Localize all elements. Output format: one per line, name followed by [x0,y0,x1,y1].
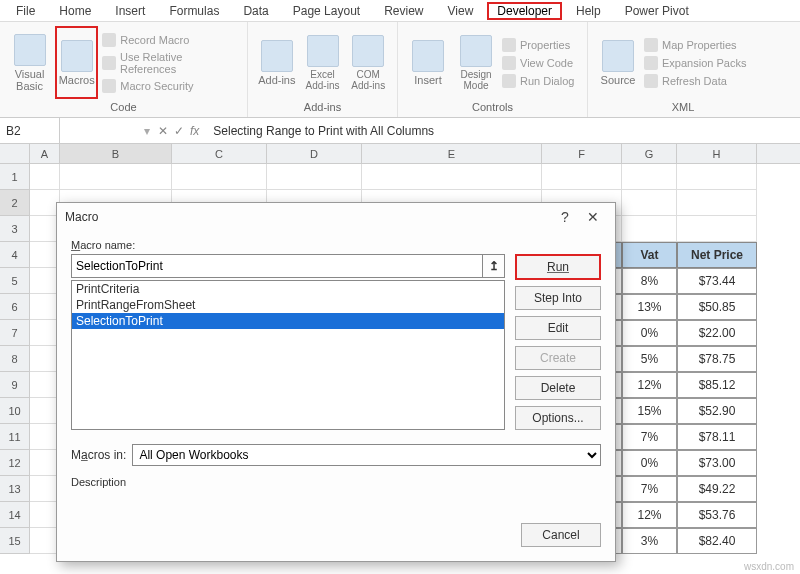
menu-file[interactable]: File [6,2,45,20]
visual-basic-button[interactable]: Visual Basic [8,26,51,99]
cell[interactable]: 5% [622,346,677,372]
cell[interactable]: $22.00 [677,320,757,346]
cell[interactable]: $85.12 [677,372,757,398]
col-head-b[interactable]: B [60,144,172,163]
col-head-h[interactable]: H [677,144,757,163]
map-properties-button[interactable]: Map Properties [644,38,746,52]
cell[interactable] [30,164,60,190]
cancel-button[interactable]: Cancel [521,523,601,547]
col-head-e[interactable]: E [362,144,542,163]
row-head[interactable]: 11 [0,424,30,450]
cancel-formula-icon[interactable]: ✕ [158,124,168,138]
cell[interactable]: $50.85 [677,294,757,320]
cell[interactable]: $49.22 [677,476,757,502]
com-addins-button[interactable]: COM Add-ins [347,26,389,99]
run-button[interactable]: Run [515,254,601,280]
menu-data[interactable]: Data [233,2,278,20]
create-button[interactable]: Create [515,346,601,370]
row-head[interactable]: 9 [0,372,30,398]
cell[interactable]: 8% [622,268,677,294]
expansion-packs-button[interactable]: Expansion Packs [644,56,746,70]
col-head-f[interactable]: F [542,144,622,163]
col-head-d[interactable]: D [267,144,362,163]
cell[interactable]: $73.44 [677,268,757,294]
xml-source-button[interactable]: Source [596,26,640,99]
design-mode-button[interactable]: Design Mode [454,26,498,99]
relative-ref-button[interactable]: Use Relative References [102,51,239,75]
macro-security-button[interactable]: Macro Security [102,79,239,93]
menu-formulas[interactable]: Formulas [159,2,229,20]
macro-list-item[interactable]: PrintCriteria [72,281,504,297]
cell[interactable] [60,164,172,190]
menu-view[interactable]: View [438,2,484,20]
cell[interactable] [677,164,757,190]
step-into-button[interactable]: Step Into [515,286,601,310]
cell[interactable]: $78.75 [677,346,757,372]
cell[interactable]: 7% [622,424,677,450]
cell[interactable] [267,164,362,190]
select-all-corner[interactable] [0,144,30,164]
menu-review[interactable]: Review [374,2,433,20]
cell[interactable]: 12% [622,372,677,398]
macros-in-select[interactable]: All Open Workbooks [132,444,601,466]
menu-developer[interactable]: Developer [487,2,562,20]
enter-formula-icon[interactable]: ✓ [174,124,184,138]
col-head-a[interactable]: A [30,144,60,163]
name-box[interactable]: B2 [0,118,60,143]
menu-home[interactable]: Home [49,2,101,20]
menu-help[interactable]: Help [566,2,611,20]
cell[interactable]: Vat [622,242,677,268]
fx-icon[interactable]: fx [190,124,199,138]
col-head-g[interactable]: G [622,144,677,163]
cell[interactable]: 13% [622,294,677,320]
cell[interactable] [677,216,757,242]
macro-list-item[interactable]: PrintRangeFromSheet [72,297,504,313]
excel-addins-button[interactable]: Excel Add-ins [302,26,344,99]
row-head[interactable]: 3 [0,216,30,242]
cell[interactable] [622,190,677,216]
run-dialog-button[interactable]: Run Dialog [502,74,574,88]
options-button[interactable]: Options... [515,406,601,430]
cell[interactable]: 7% [622,476,677,502]
cell[interactable]: $53.76 [677,502,757,528]
formula-input[interactable]: Selecting Range to Print with All Column… [207,124,800,138]
row-head[interactable]: 13 [0,476,30,502]
cell[interactable]: $78.11 [677,424,757,450]
macro-list[interactable]: PrintCriteriaPrintRangeFromSheetSelectio… [71,280,505,430]
addins-button[interactable]: Add-ins [256,26,298,99]
row-head[interactable]: 14 [0,502,30,528]
dialog-help-button[interactable]: ? [551,209,579,225]
row-head[interactable]: 5 [0,268,30,294]
cell[interactable]: 0% [622,320,677,346]
cell[interactable]: $82.40 [677,528,757,554]
row-head[interactable]: 1 [0,164,30,190]
cell[interactable] [677,190,757,216]
cell[interactable]: 15% [622,398,677,424]
record-macro-button[interactable]: Record Macro [102,33,239,47]
cell[interactable] [542,164,622,190]
cell[interactable]: 12% [622,502,677,528]
menu-pagelayout[interactable]: Page Layout [283,2,370,20]
macro-list-item[interactable]: SelectionToPrint [72,313,504,329]
cell[interactable]: $73.00 [677,450,757,476]
menu-powerpivot[interactable]: Power Pivot [615,2,699,20]
cell[interactable] [622,164,677,190]
view-code-button[interactable]: View Code [502,56,574,70]
row-head[interactable]: 15 [0,528,30,554]
delete-button[interactable]: Delete [515,376,601,400]
cell[interactable]: $52.90 [677,398,757,424]
refresh-data-button[interactable]: Refresh Data [644,74,746,88]
row-head[interactable]: 12 [0,450,30,476]
properties-button[interactable]: Properties [502,38,574,52]
row-head[interactable]: 6 [0,294,30,320]
insert-control-button[interactable]: Insert [406,26,450,99]
cell[interactable]: 3% [622,528,677,554]
row-head[interactable]: 7 [0,320,30,346]
row-head[interactable]: 4 [0,242,30,268]
row-head[interactable]: 8 [0,346,30,372]
row-head[interactable]: 2 [0,190,30,216]
row-head[interactable]: 10 [0,398,30,424]
cell[interactable] [172,164,267,190]
cell[interactable] [362,164,542,190]
edit-button[interactable]: Edit [515,316,601,340]
